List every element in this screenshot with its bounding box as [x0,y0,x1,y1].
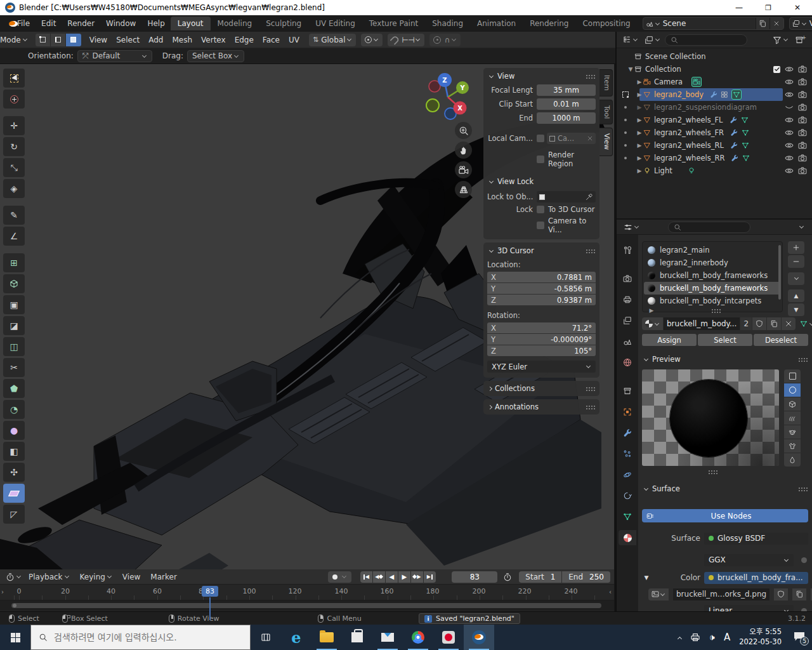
outliner-row-scene-collection[interactable]: Scene Collection [617,50,812,63]
local-camera-checkbox[interactable] [537,135,544,142]
scene-selector[interactable]: Scene [643,17,784,30]
new-collection-button[interactable]: + [793,34,808,46]
timeline-ruler[interactable]: 0 20 40 60 80 100 120 140 160 180 200 22… [0,585,614,600]
expand-icon[interactable]: ▶ [636,91,643,98]
expand-channel-arrow[interactable]: › [1,588,4,595]
animate-property-dot[interactable] [801,557,807,563]
material-slot-selected[interactable]: bruckell_m_body_frameworks [644,282,781,295]
menu-mesh[interactable]: Mesh [167,34,197,46]
tab-view[interactable]: View [599,128,613,156]
tool-add-cube[interactable]: ⊞ [3,253,25,272]
hide-eye-toggle-closed[interactable] [785,103,794,112]
tool-knife[interactable]: ✂ [3,358,25,377]
tool-rotate[interactable]: ↻ [3,137,25,156]
outliner-row-camera[interactable]: ▶ Camera [617,76,812,88]
hide-eye-toggle[interactable] [785,77,794,86]
timeline-editor-type-dropdown[interactable] [4,571,23,583]
outliner-row-wheels-fl[interactable]: ▶ legran2_wheels_FL [617,114,812,126]
tool-poly-build[interactable]: ⬟ [3,379,25,398]
add-slot-button[interactable] [788,241,804,254]
tab-collection-properties[interactable] [619,383,636,399]
orientation-default-dropdown[interactable]: ⤱ Default [77,50,152,62]
play-reverse-button[interactable]: ◀ [386,571,398,583]
mail-icon[interactable] [372,625,403,650]
play-button[interactable]: ▶ [398,571,410,583]
viewlayer-name[interactable]: ViewLayer [807,19,812,28]
preview-cloth-button[interactable] [784,439,801,453]
snap-toggle[interactable] [390,34,400,44]
auto-keying-button[interactable] [328,571,351,583]
scene-name[interactable]: Scene [660,19,756,28]
next-keyframe-button[interactable]: ▶ [411,571,423,583]
disable-render-toggle[interactable] [798,141,807,150]
preview-sphere-button[interactable] [784,383,801,397]
ime-indicator[interactable]: A [724,632,730,643]
proportional-edit-toggle[interactable] [433,36,441,44]
disable-render-toggle[interactable] [798,116,807,124]
tab-world-properties[interactable] [619,355,636,370]
scrollbar-handle-dot[interactable] [13,604,16,607]
current-frame-badge[interactable]: 83 [202,586,218,597]
tab-constraint-properties[interactable] [619,488,636,503]
workspace-tab-compositing[interactable]: Compositing [575,17,637,30]
pivot-point-dropdown[interactable] [361,34,383,46]
workspace-tab-sculpting[interactable]: Sculpting [259,17,308,30]
properties-editor-type-dropdown[interactable] [622,222,641,233]
properties-search-input[interactable] [668,222,750,233]
panel-collections[interactable]: Collections [483,381,599,396]
panel-view-lock-title[interactable]: View Lock [497,177,534,186]
outliner-editor-type-dropdown[interactable] [620,34,640,46]
rotation-mode-dropdown[interactable]: XYZ Euler [487,361,596,373]
tab-data-properties[interactable] [619,509,636,524]
expand-icon[interactable]: ▶ [636,142,643,149]
local-camera-field[interactable]: Ca... [547,133,596,144]
task-view-button[interactable] [251,625,281,650]
disable-render-toggle[interactable] [798,103,807,112]
tool-move[interactable]: ✛ [3,116,25,135]
taskbar-search[interactable] [30,625,251,650]
pan-view-button[interactable] [455,142,472,159]
slot-list-scrollbar[interactable] [778,245,781,300]
expand-icon[interactable]: ▶ [636,79,643,85]
tab-scene-properties[interactable] [619,334,636,349]
tab-tool-properties[interactable] [619,242,636,258]
hide-eye-toggle[interactable] [785,128,794,137]
cursor-rotation-x[interactable]: X71.2° [487,322,596,333]
tab-viewlayer-properties[interactable] [619,313,636,328]
vertex-select-mode-button[interactable] [36,34,51,46]
navigation-gizmo[interactable]: Z Y X [424,72,472,120]
minimize-button[interactable]: — [724,0,754,15]
outliner-filter-dropdown[interactable] [771,34,790,46]
tool-shear[interactable] [3,484,25,503]
outliner-row-wheels-fr[interactable]: ▶ legran2_wheels_FR [617,126,812,139]
new-material-button[interactable] [767,317,781,330]
preview-monkey-button[interactable] [784,425,801,439]
edge-icon[interactable]: e [281,625,311,650]
menu-keying[interactable]: Keying [75,571,117,583]
tool-bevel[interactable]: ◪ [3,316,25,335]
network-icon[interactable] [690,632,700,642]
hide-eye-toggle[interactable] [785,166,794,175]
camera-to-view-checkbox[interactable] [537,222,544,229]
assign-button[interactable]: Assign [642,334,697,346]
material-name-field[interactable]: bruckell_m_body... [664,317,740,330]
material-slot[interactable]: bruckell_m_body_intcarpets [644,295,781,307]
face-select-mode-button[interactable] [66,34,81,46]
outliner-row-wheels-rr[interactable]: ▶ legran2_wheels_RR [617,152,812,164]
preview-hair-button[interactable] [784,411,801,425]
hide-eye-toggle[interactable] [785,116,794,124]
timeline-horizontal-scrollbar[interactable] [11,603,601,608]
prev-keyframe-button[interactable]: ◀ [373,571,385,583]
tool-shrink-fatten[interactable]: ✣ [3,463,25,482]
node-selector-dropdown[interactable] [797,317,812,330]
expand-icon[interactable]: ▶ [636,155,643,161]
move-slot-down-button[interactable]: ▼ [788,303,804,316]
menu-add[interactable]: Add [144,34,167,46]
menu-marker[interactable]: Marker [145,571,181,583]
panel-3d-cursor-title[interactable]: 3D Cursor [497,246,534,255]
blender-taskbar-icon[interactable] [464,625,494,650]
menu-uv[interactable]: UV [284,34,304,46]
menu-help[interactable]: Help [141,17,170,30]
select-button[interactable]: Select [698,334,752,346]
tool-inset-faces[interactable]: ▣ [3,295,25,314]
